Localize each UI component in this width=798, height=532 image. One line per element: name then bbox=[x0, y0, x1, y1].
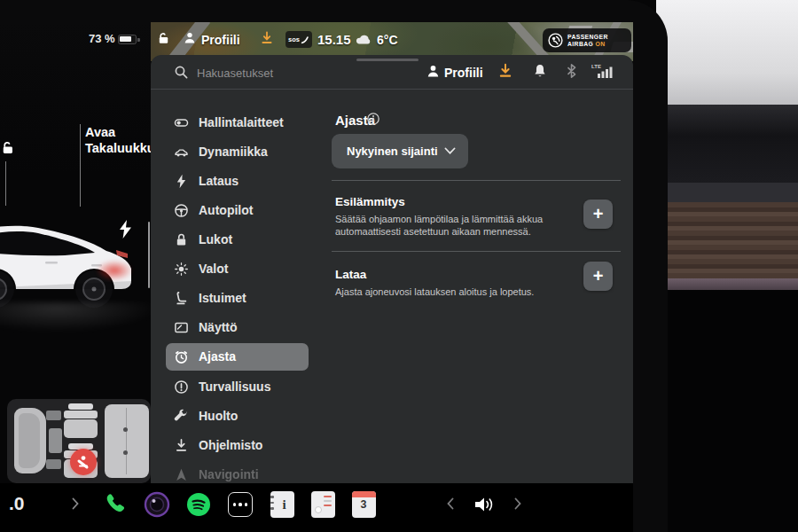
media-prev-chevron-icon[interactable] bbox=[446, 497, 455, 514]
screen-bezel: 73 % Avaa Takaluukku bbox=[0, 0, 668, 532]
section-title-preconditioning: Esilämmitys bbox=[335, 195, 405, 208]
door-unlocked-icon[interactable] bbox=[157, 31, 171, 49]
download-icon[interactable] bbox=[260, 31, 274, 49]
display-icon bbox=[174, 320, 189, 335]
dashboard-edge bbox=[656, 183, 798, 202]
calendar-header bbox=[352, 491, 376, 497]
sidebar-item-autopilot[interactable]: Autopilot bbox=[174, 201, 253, 219]
sos-phone-icon bbox=[301, 35, 309, 44]
steering-wheel-icon bbox=[174, 203, 189, 218]
headrest bbox=[68, 403, 93, 410]
software-download-icon[interactable] bbox=[497, 63, 513, 82]
notifications-bell-icon[interactable] bbox=[532, 63, 548, 82]
dashboard-top bbox=[656, 105, 798, 183]
signal-bars-icon: LTE bbox=[591, 62, 614, 83]
wood-trim bbox=[656, 202, 798, 278]
console-piece bbox=[46, 411, 61, 420]
sidebar-item-naytto[interactable]: Näyttö bbox=[174, 318, 238, 336]
search-icon bbox=[174, 65, 189, 83]
sos-label: sos bbox=[288, 35, 300, 43]
sidebar-item-lataus[interactable]: Lataus bbox=[174, 172, 239, 190]
sidebar-item-hallintalaitteet[interactable]: Hallintalaitteet bbox=[174, 113, 284, 131]
seat-back bbox=[64, 411, 98, 419]
dashboard-lower bbox=[656, 290, 798, 532]
vehicle-reflection bbox=[0, 302, 160, 332]
download-icon bbox=[174, 438, 189, 453]
touchscreen: 73 % Avaa Takaluukku bbox=[0, 22, 633, 532]
more-apps-icon[interactable] bbox=[227, 490, 254, 519]
profile-label[interactable]: Profiili bbox=[201, 33, 240, 47]
profile-icon[interactable] bbox=[426, 64, 441, 82]
rear-bench-seat bbox=[105, 404, 149, 478]
drag-handle[interactable] bbox=[356, 59, 419, 61]
seat-icon bbox=[174, 291, 189, 306]
open-trunk-label-line1: Avaa bbox=[85, 125, 155, 141]
trim-highlight bbox=[656, 278, 798, 290]
calendar-app-icon[interactable]: 3 bbox=[350, 490, 377, 519]
section-description-preconditioning: Säätää ohjaamon lämpötilaa ja lämmittää … bbox=[335, 213, 582, 238]
add-charge-schedule-button[interactable]: + bbox=[583, 262, 613, 291]
battery-percentage: 73 % bbox=[89, 32, 115, 45]
section-description-charge: Ajasta ajoneuvosi latauksen aloitus ja l… bbox=[335, 286, 601, 298]
sidebar-item-istuimet[interactable]: Istuimet bbox=[174, 289, 246, 307]
sidebar-item-valot[interactable]: Valot bbox=[174, 260, 228, 278]
sidebar-item-dynamiikka[interactable]: Dynamiikka bbox=[174, 143, 268, 160]
alarm-clock-icon bbox=[174, 349, 189, 364]
profile-icon[interactable] bbox=[183, 31, 197, 49]
add-preconditioning-schedule-button[interactable]: + bbox=[583, 200, 613, 229]
charge-bolt-icon[interactable] bbox=[118, 220, 133, 242]
spotify-app-icon[interactable] bbox=[185, 490, 212, 519]
media-next-chevron-icon[interactable] bbox=[513, 497, 522, 514]
sidebar-item-lukot[interactable]: Lukot bbox=[174, 231, 232, 248]
wrench-icon bbox=[174, 409, 189, 424]
sidebar-item-ohjelmisto[interactable]: Ohjelmisto bbox=[174, 436, 262, 454]
battery-cap bbox=[137, 38, 140, 42]
passenger-airbag-badge: PASSENGER AIRBAG ON bbox=[543, 28, 631, 52]
windshield-light bbox=[656, 0, 798, 105]
info-icon[interactable] bbox=[366, 112, 380, 129]
charging-app-icon[interactable] bbox=[309, 490, 336, 519]
bench-seam bbox=[126, 408, 127, 474]
airbag-icon bbox=[548, 33, 563, 48]
profile-button-label[interactable]: Profiili bbox=[444, 66, 483, 80]
section-title-charge: Lataa bbox=[335, 268, 366, 281]
front-passenger-seat bbox=[64, 403, 99, 439]
seatbelt-status-panel bbox=[7, 399, 151, 483]
sidebar-item-turvallisuus[interactable]: Turvallisuus bbox=[174, 378, 270, 395]
climate-temperature-partial[interactable]: .0 bbox=[9, 493, 25, 514]
controls-toggle-icon bbox=[174, 115, 189, 130]
frunk-shape bbox=[14, 408, 46, 473]
sidebar-item-huolto[interactable]: Huolto bbox=[174, 407, 238, 425]
section-divider bbox=[332, 251, 621, 252]
airbag-status: ON bbox=[596, 41, 606, 47]
seatbelt-warning-icon bbox=[70, 449, 97, 475]
clock: 15.15 bbox=[317, 32, 351, 47]
frunk-inner bbox=[19, 413, 40, 468]
car-icon bbox=[174, 145, 189, 160]
dashcam-app-icon[interactable] bbox=[144, 490, 170, 519]
alert-circle-icon bbox=[174, 379, 189, 395]
bluetooth-icon[interactable] bbox=[565, 63, 578, 82]
panel-scrollbar[interactable] bbox=[148, 222, 150, 288]
airbag-text-line1: PASSENGER bbox=[567, 34, 608, 41]
section-divider bbox=[332, 180, 621, 181]
phone-app-icon[interactable] bbox=[102, 490, 129, 519]
settings-panel: Hakuasetukset Profiili LTE bbox=[151, 55, 633, 483]
open-trunk-button[interactable]: Avaa Takaluukku bbox=[85, 125, 155, 156]
header-divider bbox=[151, 89, 633, 90]
door-unlocked-icon[interactable] bbox=[1, 140, 16, 159]
cloud-icon bbox=[355, 33, 372, 49]
center-console bbox=[49, 428, 62, 453]
sidebar-item-navigointi[interactable]: Navigointi bbox=[174, 466, 259, 483]
open-trunk-label-line2: Takaluukku bbox=[85, 141, 155, 157]
settings-search-input[interactable]: Hakuasetukset bbox=[197, 66, 273, 80]
sidebar-item-ajasta[interactable]: Ajasta bbox=[174, 348, 236, 365]
owners-manual-app-icon[interactable]: i bbox=[269, 490, 295, 519]
sos-button[interactable]: sos bbox=[286, 31, 312, 48]
temp-increase-chevron-icon[interactable] bbox=[71, 497, 80, 514]
bench-anchor bbox=[123, 450, 128, 455]
location-dropdown[interactable]: Nykyinen sijainti bbox=[332, 134, 468, 168]
car-interior-background bbox=[656, 0, 798, 532]
volume-icon[interactable] bbox=[472, 490, 498, 519]
airbag-text-line2: AIRBAG ON bbox=[567, 41, 608, 48]
